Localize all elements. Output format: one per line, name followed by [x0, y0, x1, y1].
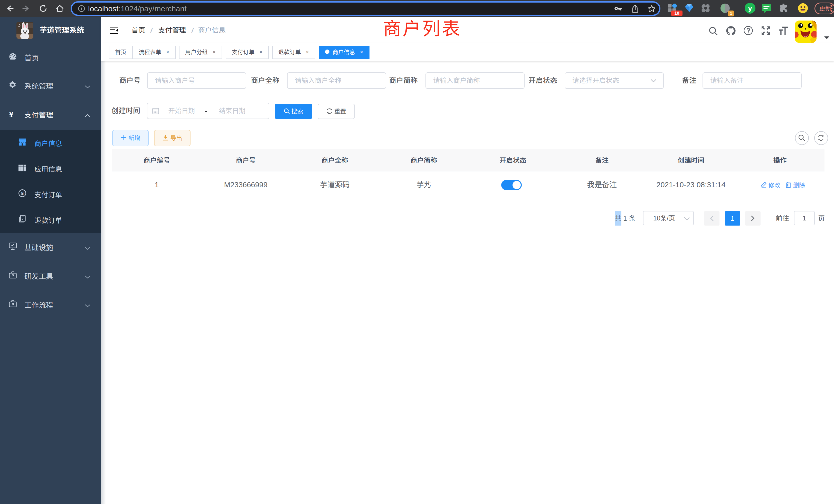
svg-text:y: y — [748, 4, 752, 12]
svg-text:¥: ¥ — [21, 191, 24, 196]
